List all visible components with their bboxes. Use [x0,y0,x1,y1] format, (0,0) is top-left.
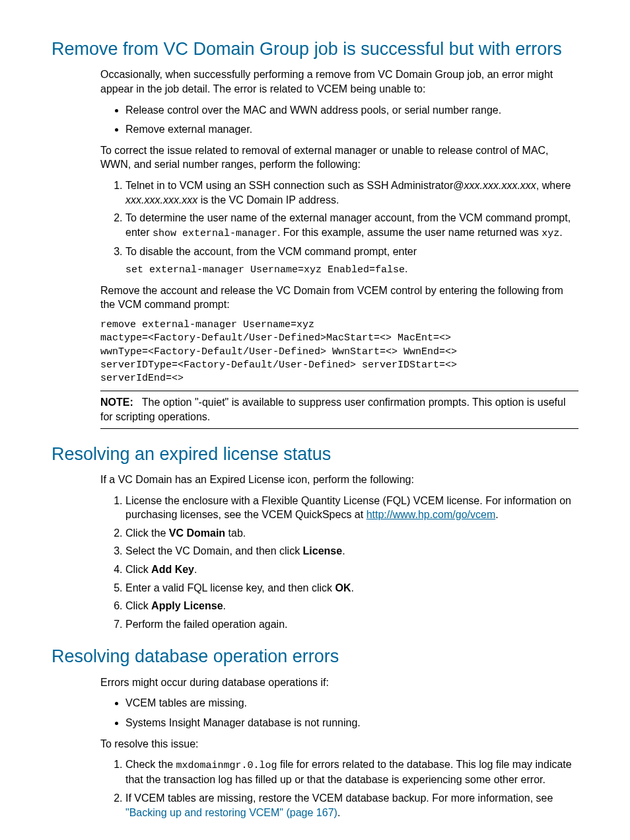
text: Click [125,564,151,575]
text: . [351,582,353,593]
list-item: To disable the account, from the VCM com… [125,245,578,277]
list-item: Select the VC Domain, and then click Lic… [125,544,578,558]
list-item: Check the mxdomainmgr.0.log file for err… [125,757,578,787]
ordered-list: Telnet in to VCM using an SSH connection… [100,178,578,277]
list-item: License the enclosure with a Flexible Qu… [125,494,578,522]
text: Check the [125,759,176,770]
text: . [223,600,226,611]
xref-link[interactable]: "Backing up and restoring VCEM" (page 16… [125,807,337,818]
paragraph: Remove the account and release the VC Do… [100,284,578,312]
section-body-remove: Occasionally, when successfully performi… [100,67,578,428]
text: Enter a valid FQL license key, and then … [125,582,335,593]
list-item: VCEM tables are missing. [125,696,578,710]
text: . [337,807,340,818]
text: If VCEM tables are missing, restore the … [125,792,553,804]
text: Select the VC Domain, and then click [125,545,303,556]
section-heading-remove: Remove from VC Domain Group job is succe… [52,37,578,61]
list-item: Click Add Key. [125,562,578,577]
text: is the VC Domain IP address. [197,194,339,206]
section-body-database: Errors might occur during database opera… [100,675,578,820]
paragraph: To resolve this issue: [100,737,578,751]
text: . For this example, assume the user name… [277,227,542,238]
list-item: Systems Insight Manager database is not … [125,716,578,730]
note-box: NOTE: The option "-quiet" is available t… [100,391,578,428]
text: tab. [225,527,246,539]
text: Click the [125,527,169,539]
text: License the enclosure with a Flexible Qu… [125,495,571,521]
list-item: Release control over the MAC and WWN add… [125,103,578,118]
note-text: The option "-quiet" is available to supp… [100,397,565,422]
bold-text: VC Domain [169,527,225,539]
bold-text: Add Key [151,564,194,575]
code-inline: xyz [542,228,559,239]
section-heading-license: Resolving an expired license status [52,442,578,466]
paragraph: If a VC Domain has an Expired License ic… [100,473,578,487]
ordered-list: Check the mxdomainmgr.0.log file for err… [100,757,578,820]
list-item: Perform the failed operation again. [125,617,578,632]
list-item: To determine the user name of the extern… [125,211,578,241]
text: . [405,263,407,274]
list-item: Enter a valid FQL license key, and then … [125,581,578,595]
text: , where [536,180,571,191]
list-item: If VCEM tables are missing, restore the … [125,791,578,820]
bold-text: Apply License [151,600,223,611]
section-heading-database: Resolving database operation errors [52,644,578,668]
section-body-license: If a VC Domain has an Expired License ic… [100,473,578,631]
text: . [495,509,498,520]
italic-text: xxx.xxx.xxx.xxx [125,194,197,206]
note-label: NOTE: [100,397,133,408]
list-item: Click the VC Domain tab. [125,526,578,541]
paragraph: Errors might occur during database opera… [100,675,578,690]
text: . [342,545,345,556]
italic-text: xxx.xxx.xxx.xxx [464,180,536,191]
text: To disable the account, from the VCM com… [125,246,417,257]
text: Telnet in to VCM using an SSH connection… [125,180,464,191]
list-item: Remove external manager. [125,122,578,137]
list-item: Click Apply License. [125,599,578,613]
bold-text: License [303,545,343,556]
text: . [559,227,562,238]
code-block: remove external-manager Username=xyz mac… [100,319,578,385]
text: . [194,564,197,575]
link-quickspecs[interactable]: http://www.hp.com/go/vcem [367,509,496,520]
paragraph: Occasionally, when successfully performi… [100,67,578,96]
ordered-list: License the enclosure with a Flexible Qu… [100,494,578,632]
bullet-list: VCEM tables are missing. Systems Insight… [100,696,578,730]
bold-text: OK [335,582,351,593]
list-item: Telnet in to VCM using an SSH connection… [125,178,578,207]
code-inline: set external-manager Username=xyz Enable… [125,264,405,276]
code-inline: show external-manager [153,228,277,239]
text: Click [125,600,151,611]
code-inline: mxdomainmgr.0.log [176,760,277,771]
bullet-list: Release control over the MAC and WWN add… [100,103,578,137]
paragraph: To correct the issue related to removal … [100,143,578,172]
